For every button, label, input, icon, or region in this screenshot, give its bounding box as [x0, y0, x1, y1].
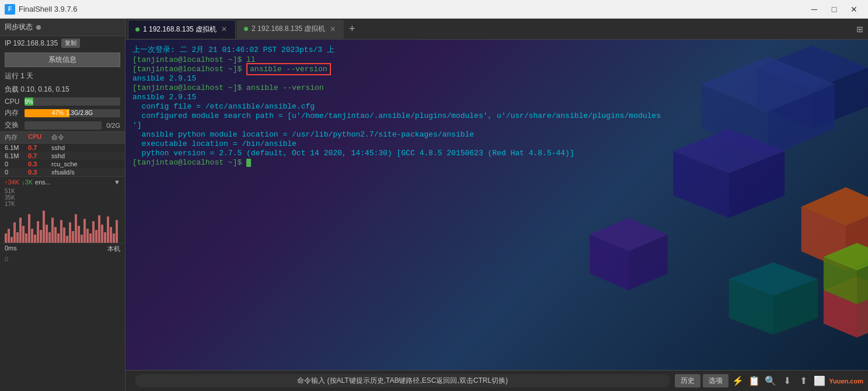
close-button[interactable]: ✕ — [845, 3, 863, 16]
add-tab-button[interactable]: + — [344, 21, 360, 37]
chart-bar — [19, 218, 22, 243]
chart-bar — [40, 230, 42, 243]
minimize-button[interactable]: ─ — [805, 3, 824, 16]
chart-bar — [83, 219, 86, 243]
cpu-bar-row: CPU 9% — [0, 96, 125, 107]
chart-mid-label: 35K — [5, 194, 15, 201]
terminal-line: 上一次登录: 二 2月 21 01:46:02 PST 2023pts/3 上 — [133, 44, 861, 55]
tab-grid-button[interactable]: ⊞ — [856, 25, 863, 34]
tab-1[interactable]: 1 192.168.8.135 虚拟机 ✕ — [128, 20, 236, 39]
chart-bar — [75, 214, 77, 243]
chart-bar — [110, 227, 112, 243]
history-button[interactable]: 历史 — [675, 374, 700, 387]
mem-bar-bg: 47% 1.3G/2.8G — [25, 109, 120, 117]
download-icon[interactable]: ⬇ — [780, 374, 794, 388]
chart-bar — [81, 235, 83, 243]
tab-2-dot — [244, 27, 248, 31]
chart-bar — [72, 231, 74, 243]
latency-row: 0ms 本机 — [0, 243, 125, 254]
col-mem: 内存 — [5, 133, 28, 142]
chart-bar — [66, 236, 68, 243]
maximize-button[interactable]: □ — [825, 3, 843, 16]
copy-ip-button[interactable]: 复制 — [61, 39, 80, 48]
latency-value: 0ms — [5, 245, 17, 253]
chart-bar — [89, 233, 92, 243]
mem-label: 内存 — [5, 108, 22, 118]
process-table-header: 内存 CPU 命令 — [0, 131, 125, 144]
app-title: FinalShell 3.9.7.6 — [19, 5, 805, 13]
net-down: ↓3K — [22, 179, 33, 186]
network-row: ↑34K ↓3K ens... ▼ — [0, 176, 125, 187]
net-dropdown-icon[interactable]: ▼ — [114, 179, 120, 186]
sysinfo-button[interactable]: 系统信息 — [5, 53, 120, 67]
chart-bar — [78, 226, 80, 243]
chart-bar — [107, 217, 109, 243]
terminal-line: [tanjintao@localhost ~]$ — [133, 158, 861, 167]
tab-1-close[interactable]: ✕ — [220, 25, 228, 33]
terminal-line: executable location = /bin/ansible — [133, 139, 861, 148]
options-button[interactable]: 选项 — [703, 374, 728, 387]
terminal-line: ansible 2.9.15 — [133, 74, 861, 83]
chart-bar — [46, 225, 48, 243]
tab-1-dot — [135, 27, 140, 32]
mem-percent: 47% — [52, 110, 64, 116]
uptime-row: 运行 1 天 — [0, 69, 125, 83]
chart-bar — [113, 233, 115, 243]
terminal-area[interactable]: 上一次登录: 二 2月 21 01:46:02 PST 2023pts/3 上[… — [126, 40, 868, 370]
sync-label: 同步状态 — [5, 22, 33, 32]
net-up: ↑34K — [5, 179, 19, 186]
load-row: 负载 0.10, 0.16, 0.15 — [0, 83, 125, 96]
bottom-bar: 命令输入 (按ALT键提示历史,TAB键路径,ESC返回回,双击CTRL切换) … — [126, 370, 868, 391]
right-panel: 1 192.168.8.135 虚拟机 ✕ 2 192.168.8.135 虚拟… — [126, 19, 868, 391]
chart-bar — [69, 222, 71, 243]
terminal-text: 上一次登录: 二 2月 21 01:46:02 PST 2023pts/3 上[… — [126, 40, 868, 172]
spacer: 0 — [0, 254, 125, 264]
layout-icon[interactable]: ⬜ — [813, 374, 827, 388]
paste-icon[interactable]: 📋 — [747, 374, 761, 388]
terminal-line: configured module search path = [u'/home… — [133, 111, 861, 120]
chart-bar — [51, 218, 54, 243]
process-list: 6.1M0.7sshd6.1M0.7sshd00.3rcu_sche00.3xf… — [0, 144, 125, 176]
load-label: 负载 0.10, 0.16, 0.15 — [5, 85, 69, 95]
chart-bar — [37, 221, 39, 243]
chart-bar — [86, 229, 89, 243]
list-item: 00.3rcu_sche — [0, 160, 125, 168]
chart-bar — [5, 233, 7, 243]
tab-2-close[interactable]: ✕ — [329, 25, 337, 33]
chart-bar — [101, 225, 103, 243]
upload-icon[interactable]: ⬆ — [796, 374, 810, 388]
list-item: 6.1M0.7sshd — [0, 144, 125, 152]
cpu-bar-fill: 9% — [25, 97, 33, 106]
chart-bar — [92, 221, 95, 243]
title-bar: F FinalShell 3.9.7.6 ─ □ ✕ — [0, 0, 868, 19]
tab-2[interactable]: 2 192.168.8.135 虚拟机 ✕ — [237, 20, 344, 39]
list-item: 00.3xfsaild/s — [0, 168, 125, 176]
terminal-line: [tanjintao@localhost ~]$ ll — [133, 55, 861, 64]
swap-bar-row: 交换 0/2G — [0, 119, 125, 131]
terminal-overlay[interactable]: 上一次登录: 二 2月 21 01:46:02 PST 2023pts/3 上[… — [126, 40, 868, 370]
mem-bar-row: 内存 47% 1.3G/2.8G — [0, 107, 125, 119]
chart-bar — [28, 214, 30, 243]
uptime-label: 运行 1 天 — [5, 71, 33, 81]
search-icon[interactable]: 🔍 — [764, 374, 778, 388]
chart-bar — [116, 220, 118, 243]
net-interface: ens... — [35, 179, 51, 186]
tab-1-label: 1 192.168.8.135 虚拟机 — [143, 25, 217, 34]
cmd-hint: 命令输入 (按ALT键提示历史,TAB键路径,ESC返回回,双击CTRL切换) — [135, 374, 670, 387]
cpu-value: 9% — [25, 99, 33, 105]
chart-bar — [25, 233, 27, 243]
lightning-icon[interactable]: ⚡ — [731, 374, 745, 388]
terminal-line: '] — [133, 121, 861, 130]
chart-bar — [48, 232, 51, 243]
chart-bar — [57, 233, 60, 243]
mem-detail: 1.3G/2.8G — [66, 110, 93, 116]
cpu-label: CPU — [5, 97, 22, 106]
terminal-line: python version = 2.7.5 (default, Oct 14 … — [133, 149, 861, 158]
chart-low-label: 17K — [5, 201, 15, 207]
cpu-bar-bg: 9% — [25, 97, 120, 106]
sync-header: 同步状态 — [0, 19, 125, 36]
chart-bar — [22, 226, 25, 243]
terminal-line: config file = /etc/ansible/ansible.cfg — [133, 102, 861, 111]
ip-text: IP 192.168.8.135 — [5, 39, 58, 47]
swap-label: 交换 — [5, 120, 22, 130]
